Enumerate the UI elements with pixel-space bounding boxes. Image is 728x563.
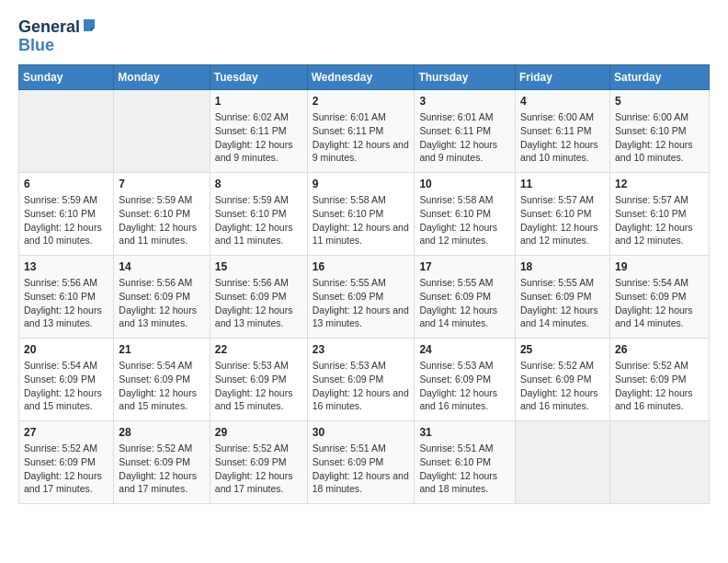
daylight-text: Daylight: 12 hours and 14 minutes. — [419, 304, 510, 330]
day-number: 17 — [419, 259, 510, 275]
daylight-text: Daylight: 12 hours and 17 minutes. — [24, 469, 108, 496]
day-number: 14 — [119, 259, 204, 275]
calendar-cell: 2Sunrise: 6:01 AMSunset: 6:11 PMDaylight… — [307, 89, 415, 172]
day-number: 16 — [313, 259, 410, 275]
sunrise-text: Sunrise: 5:52 AM — [615, 359, 704, 373]
day-number: 5 — [615, 94, 704, 109]
calendar-cell: 13Sunrise: 5:56 AMSunset: 6:10 PMDayligh… — [19, 255, 114, 338]
svg-marker-0 — [84, 19, 95, 31]
sunset-text: Sunset: 6:09 PM — [24, 373, 108, 386]
day-number: 26 — [615, 342, 704, 358]
daylight-text: Daylight: 12 hours and 10 minutes. — [520, 138, 605, 165]
sunset-text: Sunset: 6:10 PM — [615, 124, 704, 138]
sunrise-text: Sunrise: 5:52 AM — [119, 442, 204, 455]
calendar-cell: 24Sunrise: 5:53 AMSunset: 6:09 PMDayligh… — [415, 338, 516, 420]
sunset-text: Sunset: 6:09 PM — [119, 455, 204, 469]
calendar-cell: 1Sunrise: 6:02 AMSunset: 6:11 PMDaylight… — [210, 89, 307, 172]
daylight-text: Daylight: 12 hours and 13 minutes. — [24, 304, 108, 330]
daylight-text: Daylight: 12 hours and 10 minutes. — [24, 221, 108, 247]
calendar-cell: 10Sunrise: 5:58 AMSunset: 6:10 PMDayligh… — [415, 172, 516, 255]
day-number: 13 — [24, 259, 108, 275]
day-number: 11 — [520, 177, 605, 192]
sunrise-text: Sunrise: 6:02 AM — [215, 110, 302, 124]
weekday-header: Saturday — [609, 64, 709, 89]
daylight-text: Daylight: 12 hours and 12 minutes. — [419, 221, 510, 247]
sunset-text: Sunset: 6:09 PM — [520, 373, 605, 386]
calendar-cell — [19, 89, 114, 172]
daylight-text: Daylight: 12 hours and 18 minutes. — [313, 469, 410, 496]
day-number: 1 — [215, 94, 302, 109]
sunrise-text: Sunrise: 5:52 AM — [24, 442, 108, 455]
calendar-cell: 25Sunrise: 5:52 AMSunset: 6:09 PMDayligh… — [515, 338, 609, 420]
sunrise-text: Sunrise: 5:54 AM — [119, 359, 204, 373]
day-number: 20 — [24, 342, 108, 358]
sunset-text: Sunset: 6:10 PM — [520, 207, 605, 221]
calendar-cell: 12Sunrise: 5:57 AMSunset: 6:10 PMDayligh… — [609, 172, 709, 255]
sunrise-text: Sunrise: 5:53 AM — [419, 359, 510, 373]
sunrise-text: Sunrise: 5:58 AM — [313, 193, 410, 207]
day-number: 8 — [215, 177, 302, 192]
sunrise-text: Sunrise: 5:58 AM — [419, 193, 510, 207]
daylight-text: Daylight: 12 hours and 15 minutes. — [119, 386, 204, 413]
sunrise-text: Sunrise: 6:00 AM — [615, 110, 704, 124]
day-number: 3 — [419, 94, 510, 109]
day-number: 22 — [215, 342, 302, 358]
calendar-cell: 30Sunrise: 5:51 AMSunset: 6:09 PMDayligh… — [307, 420, 415, 503]
sunrise-text: Sunrise: 5:52 AM — [215, 442, 302, 455]
calendar-cell: 29Sunrise: 5:52 AMSunset: 6:09 PMDayligh… — [210, 420, 307, 503]
sunset-text: Sunset: 6:10 PM — [419, 455, 510, 469]
day-number: 4 — [520, 94, 605, 109]
sunset-text: Sunset: 6:09 PM — [119, 373, 204, 386]
calendar-cell: 6Sunrise: 5:59 AMSunset: 6:10 PMDaylight… — [19, 172, 114, 255]
day-number: 31 — [419, 425, 510, 441]
sunrise-text: Sunrise: 5:54 AM — [24, 359, 108, 373]
calendar-cell: 3Sunrise: 6:01 AMSunset: 6:11 PMDaylight… — [415, 89, 516, 172]
daylight-text: Daylight: 12 hours and 14 minutes. — [520, 304, 605, 330]
daylight-text: Daylight: 12 hours and 12 minutes. — [520, 221, 605, 247]
sunrise-text: Sunrise: 5:51 AM — [419, 442, 510, 455]
day-number: 30 — [313, 425, 410, 441]
sunset-text: Sunset: 6:09 PM — [313, 455, 410, 469]
sunset-text: Sunset: 6:09 PM — [215, 373, 302, 386]
calendar-cell: 20Sunrise: 5:54 AMSunset: 6:09 PMDayligh… — [19, 338, 114, 420]
sunrise-text: Sunrise: 5:53 AM — [215, 359, 302, 373]
weekday-header: Tuesday — [210, 64, 307, 89]
sunrise-text: Sunrise: 5:59 AM — [215, 193, 302, 207]
day-number: 29 — [215, 425, 302, 441]
sunset-text: Sunset: 6:09 PM — [615, 373, 704, 386]
weekday-header: Wednesday — [307, 64, 415, 89]
sunset-text: Sunset: 6:10 PM — [215, 207, 302, 221]
weekday-header: Friday — [515, 64, 609, 89]
sunrise-text: Sunrise: 5:57 AM — [615, 193, 704, 207]
logo-icon — [82, 18, 97, 33]
sunrise-text: Sunrise: 6:00 AM — [520, 110, 605, 124]
daylight-text: Daylight: 12 hours and 12 minutes. — [615, 221, 704, 247]
daylight-text: Daylight: 12 hours and 18 minutes. — [419, 469, 510, 496]
sunset-text: Sunset: 6:09 PM — [419, 373, 510, 386]
sunrise-text: Sunrise: 5:55 AM — [313, 276, 410, 290]
calendar-cell: 11Sunrise: 5:57 AMSunset: 6:10 PMDayligh… — [515, 172, 609, 255]
daylight-text: Daylight: 12 hours and 9 minutes. — [215, 138, 302, 165]
sunrise-text: Sunrise: 5:56 AM — [24, 276, 108, 290]
calendar-cell: 5Sunrise: 6:00 AMSunset: 6:10 PMDaylight… — [609, 89, 709, 172]
sunrise-text: Sunrise: 5:55 AM — [520, 276, 605, 290]
day-number: 15 — [215, 259, 302, 275]
logo-general: General — [18, 18, 80, 37]
sunset-text: Sunset: 6:09 PM — [24, 455, 108, 469]
sunrise-text: Sunrise: 6:01 AM — [313, 110, 410, 124]
daylight-text: Daylight: 12 hours and 17 minutes. — [215, 469, 302, 496]
calendar-cell: 18Sunrise: 5:55 AMSunset: 6:09 PMDayligh… — [515, 255, 609, 338]
sunrise-text: Sunrise: 5:57 AM — [520, 193, 605, 207]
calendar-cell — [515, 420, 609, 503]
calendar-cell: 22Sunrise: 5:53 AMSunset: 6:09 PMDayligh… — [210, 338, 307, 420]
calendar-cell — [114, 89, 210, 172]
sunset-text: Sunset: 6:09 PM — [215, 290, 302, 304]
calendar-cell: 15Sunrise: 5:56 AMSunset: 6:09 PMDayligh… — [210, 255, 307, 338]
day-number: 23 — [313, 342, 410, 358]
daylight-text: Daylight: 12 hours and 13 minutes. — [313, 304, 410, 330]
page-header: General Blue — [18, 18, 710, 55]
sunrise-text: Sunrise: 5:54 AM — [615, 276, 704, 290]
daylight-text: Daylight: 12 hours and 16 minutes. — [313, 386, 410, 413]
sunrise-text: Sunrise: 5:53 AM — [313, 359, 410, 373]
calendar-cell: 17Sunrise: 5:55 AMSunset: 6:09 PMDayligh… — [415, 255, 516, 338]
